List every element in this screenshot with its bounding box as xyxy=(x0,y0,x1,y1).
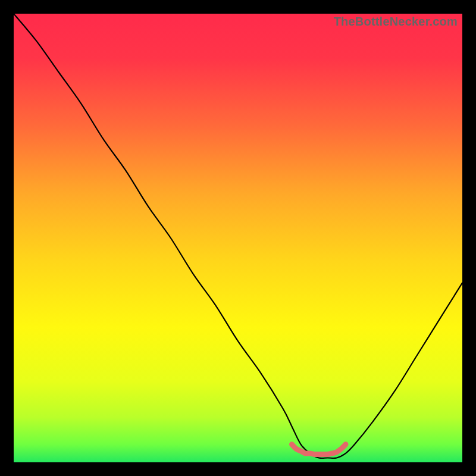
watermark-text: TheBottleNecker.com xyxy=(334,15,458,29)
bottleneck-chart xyxy=(14,14,462,462)
plot-area: TheBottleNecker.com xyxy=(14,14,462,462)
chart-frame: TheBottleNecker.com xyxy=(0,0,476,476)
gradient-background xyxy=(14,14,462,462)
